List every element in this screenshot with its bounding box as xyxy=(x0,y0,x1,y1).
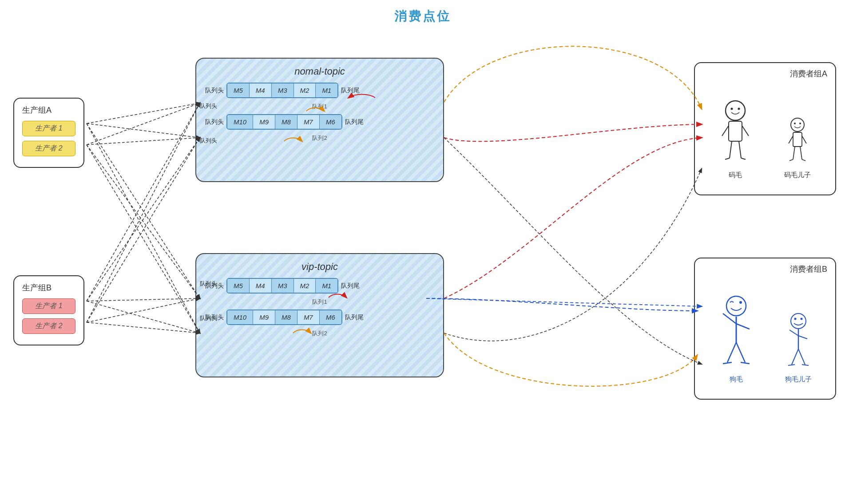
nq2-head-label: 队列头 xyxy=(200,137,217,145)
normal-q1-cells: M5 M4 M3 M2 M1 xyxy=(226,83,338,98)
svg-point-20 xyxy=(726,296,746,316)
pb2-to-vq1 xyxy=(87,298,200,322)
normal-q2-m6: M6 xyxy=(320,115,341,129)
normal-q1-right: 队列尾 xyxy=(341,87,360,95)
vip-topic-label: vip-topic xyxy=(205,261,434,273)
svg-point-29 xyxy=(791,314,806,329)
producer-group-b: 生产组B 生产者 1 生产者 2 xyxy=(13,275,84,345)
svg-point-21 xyxy=(739,301,742,304)
consumer-group-b: 消费者组B xyxy=(694,258,836,400)
vip-q1-m5: M5 xyxy=(227,279,250,293)
normal-q2-cells: M10 M9 M8 M7 M6 xyxy=(226,114,342,130)
svg-point-1 xyxy=(730,108,733,110)
normal-q2-m7: M7 xyxy=(298,115,320,129)
producer-group-b-label: 生产组B xyxy=(22,282,75,293)
cgb-orange-arc xyxy=(444,333,697,386)
goumao-name: 狗毛 xyxy=(730,375,743,384)
cga-black-vq2 xyxy=(444,169,702,341)
vip-q2-m9: M9 xyxy=(253,310,275,324)
pa2-to-nq2 xyxy=(87,138,200,145)
consumer-group-a-label: 消费者组A xyxy=(790,68,827,79)
cga-red-q2 xyxy=(444,124,702,141)
normal-q1-m4: M4 xyxy=(250,83,272,97)
vip-q1-to-cgb xyxy=(426,298,702,306)
vip-topic: vip-topic 队列头 M5 M4 M3 M2 M1 队列尾 队列1 队列头… xyxy=(195,253,444,377)
pa2-to-vq2 xyxy=(87,145,200,333)
svg-line-17 xyxy=(800,147,802,159)
pb1-to-nq2 xyxy=(87,138,200,301)
normal-q1-m5: M5 xyxy=(227,83,250,97)
svg-line-14 xyxy=(789,136,793,143)
svg-line-16 xyxy=(793,147,795,159)
svg-line-35 xyxy=(792,349,798,365)
normal-q2-m8: M8 xyxy=(275,115,298,129)
pb1-to-vq2 xyxy=(87,301,200,333)
normal-q1-sublabel: 队列1 xyxy=(205,103,434,111)
svg-rect-13 xyxy=(793,132,802,147)
vip-q2-sublabel: 队列2 xyxy=(205,329,434,337)
cgb-blue-q1 xyxy=(426,298,697,311)
svg-line-26 xyxy=(736,342,745,362)
consumer-group-a: 消费者组A xyxy=(694,62,836,195)
svg-line-25 xyxy=(727,342,736,362)
normal-topic-label: nomal-topic xyxy=(205,66,434,77)
svg-line-37 xyxy=(788,365,795,365)
pa1-to-nq2 xyxy=(87,123,200,138)
normal-q2-m10: M10 xyxy=(227,115,253,129)
vip-q2-right: 队列尾 xyxy=(345,314,364,321)
normal-q2-sublabel: 队列2 xyxy=(205,134,434,142)
producer-b1: 生产者 1 xyxy=(22,298,75,314)
vip-q1-m3: M3 xyxy=(272,279,294,293)
pa1-to-vq2 xyxy=(87,123,200,333)
svg-line-36 xyxy=(798,349,805,365)
svg-point-0 xyxy=(726,101,745,120)
vip-q2-m6: M6 xyxy=(320,310,341,324)
pa2-to-vq1 xyxy=(87,145,200,298)
svg-line-5 xyxy=(742,126,749,136)
producer-a2: 生产者 2 xyxy=(22,141,75,156)
cga-red-vq xyxy=(444,138,702,298)
vip-queue2-row: 队列头 M10 M9 M8 M7 M6 队列尾 xyxy=(205,310,434,325)
svg-line-27 xyxy=(723,362,732,364)
svg-line-33 xyxy=(789,330,798,336)
svg-line-7 xyxy=(739,141,741,158)
vip-q2-m8: M8 xyxy=(275,310,298,324)
normal-topic: nomal-topic 队列头 M5 M4 M3 M2 M1 队列尾 队列1 队… xyxy=(195,58,444,182)
consumer-group-b-label: 消费者组B xyxy=(790,264,827,274)
svg-line-4 xyxy=(722,126,729,136)
svg-rect-3 xyxy=(729,121,742,141)
svg-point-2 xyxy=(738,108,740,110)
pb2-to-nq2 xyxy=(87,138,200,322)
svg-line-19 xyxy=(802,159,805,161)
svg-line-38 xyxy=(802,365,809,365)
producer-b2: 生产者 2 xyxy=(22,318,75,334)
svg-line-6 xyxy=(730,141,732,158)
normal-q2-right: 队列尾 xyxy=(345,118,364,126)
svg-line-15 xyxy=(802,136,806,143)
maomao-name: 码毛 xyxy=(729,171,742,179)
svg-line-34 xyxy=(798,336,807,339)
pa2-to-nq1 xyxy=(87,103,200,145)
nq1-head-label: 队列头 xyxy=(200,102,217,110)
cga-orange-arc xyxy=(444,46,702,109)
svg-point-12 xyxy=(799,123,801,124)
pb1-to-nq1 xyxy=(87,103,200,301)
vip-q1-cells: M5 M4 M3 M2 M1 xyxy=(226,278,338,294)
normal-q2-m9: M9 xyxy=(253,115,275,129)
pa1-to-vq1 xyxy=(87,123,200,298)
pb2-to-nq1 xyxy=(87,103,200,322)
normal-q2-left: 队列头 xyxy=(205,118,224,126)
normal-q1-m2: M2 xyxy=(294,83,316,97)
normal-queue2-row: 队列头 M10 M9 M8 M7 M6 队列尾 xyxy=(205,114,434,130)
producer-group-a: 生产组A 生产者 1 生产者 2 xyxy=(13,98,84,168)
producer-a1: 生产者 1 xyxy=(22,121,75,136)
svg-line-28 xyxy=(741,362,750,364)
page-title: 消费点位 xyxy=(394,8,451,25)
svg-point-10 xyxy=(791,118,804,131)
svg-line-9 xyxy=(741,158,746,159)
cgb-black-nq xyxy=(444,138,702,364)
vip-q2-m10: M10 xyxy=(227,310,253,324)
goumao-son-figure xyxy=(785,311,812,373)
vip-queue1-row: 队列头 M5 M4 M3 M2 M1 队列尾 xyxy=(205,278,434,294)
vip-q1-sublabel: 队列1 xyxy=(205,298,434,306)
